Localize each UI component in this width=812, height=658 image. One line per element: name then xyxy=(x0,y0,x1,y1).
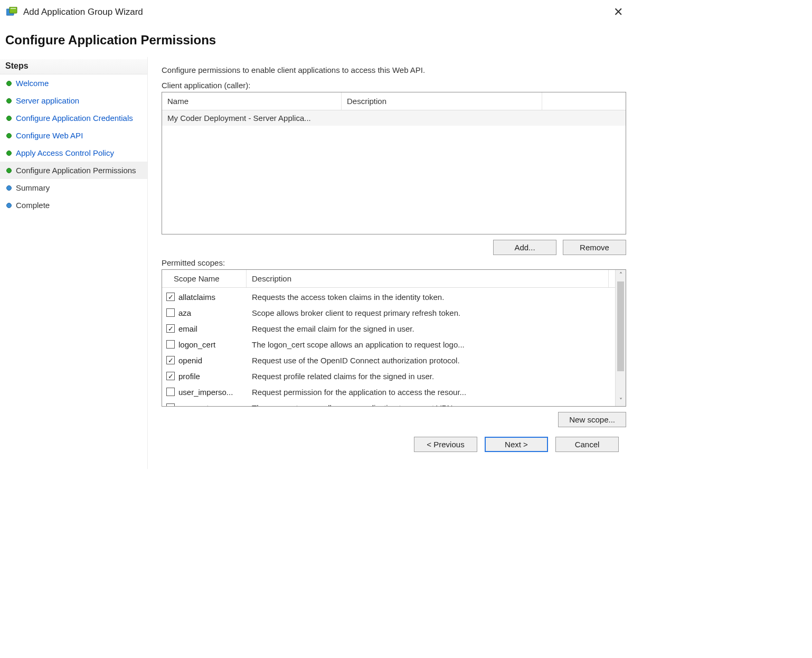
scope-name: vpn_cert xyxy=(178,403,209,407)
client-app-list[interactable]: Name Description My Coder Deployment - S… xyxy=(162,92,626,234)
remove-button[interactable]: Remove xyxy=(563,240,626,255)
step-item-2[interactable]: Configure Application Credentials xyxy=(0,109,147,127)
scroll-down-icon[interactable]: ˅ xyxy=(616,396,626,406)
steps-sidebar: Steps WelcomeServer applicationConfigure… xyxy=(0,57,148,469)
next-button[interactable]: Next > xyxy=(485,437,548,452)
scope-row[interactable]: azaScope allows broker client to request… xyxy=(162,305,626,321)
scope-description: Request profile related claims for the s… xyxy=(247,372,609,381)
scope-checkbox[interactable] xyxy=(166,324,175,333)
step-label: Summary xyxy=(16,183,50,192)
scope-name: profile xyxy=(178,372,200,381)
step-item-1[interactable]: Server application xyxy=(0,92,147,109)
svg-rect-1 xyxy=(10,7,17,13)
step-label[interactable]: Configure Application Credentials xyxy=(16,114,133,123)
scope-name: openid xyxy=(178,356,202,365)
scope-row[interactable]: emailRequest the email claim for the sig… xyxy=(162,321,626,336)
scope-checkbox[interactable] xyxy=(166,356,175,364)
client-header-name[interactable]: Name xyxy=(162,92,342,110)
scopes-header-name[interactable]: Scope Name xyxy=(162,270,247,287)
scope-description: Request the email claim for the signed i… xyxy=(247,324,609,333)
scope-description: Request use of the OpenID Connect author… xyxy=(247,356,609,365)
scope-name: aza xyxy=(178,308,191,317)
step-bullet-icon xyxy=(6,98,12,104)
scope-name: user_imperso... xyxy=(178,388,233,397)
scope-checkbox[interactable] xyxy=(166,388,175,396)
step-bullet-icon xyxy=(6,133,12,138)
scope-name: logon_cert xyxy=(178,340,215,349)
scopes-list[interactable]: Scope Name Description allatclaimsReques… xyxy=(162,269,626,407)
step-label[interactable]: Welcome xyxy=(16,79,49,88)
scope-description: Requests the access token claims in the … xyxy=(247,293,609,302)
scope-description: The vpn_cert scope allows an application… xyxy=(247,403,609,407)
step-bullet-icon xyxy=(6,116,12,121)
scope-checkbox[interactable] xyxy=(166,403,175,406)
scope-row[interactable]: profileRequest profile related claims fo… xyxy=(162,368,626,384)
step-label[interactable]: Server application xyxy=(16,96,79,105)
titlebar: Add Application Group Wizard ✕ xyxy=(0,0,634,24)
step-item-6[interactable]: Summary xyxy=(0,179,147,196)
step-bullet-icon xyxy=(6,203,12,208)
client-app-description xyxy=(342,110,542,126)
new-scope-button[interactable]: New scope... xyxy=(558,412,626,427)
scope-row[interactable]: vpn_certThe vpn_cert scope allows an app… xyxy=(162,400,626,406)
intro-text: Configure permissions to enable client a… xyxy=(162,65,626,74)
client-app-headers: Name Description xyxy=(162,92,626,110)
steps-header: Steps xyxy=(0,59,147,74)
step-label[interactable]: Apply Access Control Policy xyxy=(16,148,114,157)
scope-row[interactable]: allatclaimsRequests the access token cla… xyxy=(162,289,626,305)
page-heading: Configure Application Permissions xyxy=(0,24,634,57)
client-app-name: My Coder Deployment - Server Applica... xyxy=(162,110,342,126)
client-app-row[interactable]: My Coder Deployment - Server Applica... xyxy=(162,110,626,126)
scope-row[interactable]: logon_certThe logon_cert scope allows an… xyxy=(162,336,626,352)
scroll-thumb[interactable] xyxy=(617,281,624,371)
step-bullet-icon xyxy=(6,81,12,86)
scope-description: The logon_cert scope allows an applicati… xyxy=(247,340,609,349)
client-app-label: Client application (caller): xyxy=(162,81,626,90)
cancel-button[interactable]: Cancel xyxy=(555,437,619,452)
svg-rect-2 xyxy=(11,8,16,9)
step-item-0[interactable]: Welcome xyxy=(0,74,147,92)
scope-checkbox[interactable] xyxy=(166,372,175,380)
client-header-description[interactable]: Description xyxy=(342,92,542,110)
scopes-headers: Scope Name Description xyxy=(162,270,626,288)
scope-checkbox[interactable] xyxy=(166,308,175,317)
scope-name: allatclaims xyxy=(178,293,215,302)
step-item-5: Configure Application Permissions xyxy=(0,162,147,179)
scope-checkbox[interactable] xyxy=(166,293,175,301)
scope-description: Scope allows broker client to request pr… xyxy=(247,308,609,317)
scope-row[interactable]: openidRequest use of the OpenID Connect … xyxy=(162,352,626,368)
scopes-header-description[interactable]: Description xyxy=(247,270,609,287)
previous-button[interactable]: < Previous xyxy=(414,437,477,452)
scope-checkbox[interactable] xyxy=(166,340,175,349)
wizard-dialog: Add Application Group Wizard ✕ Configure… xyxy=(0,0,634,469)
scope-name: email xyxy=(178,324,197,333)
scopes-label: Permitted scopes: xyxy=(162,258,626,267)
wizard-footer: < Previous Next > Cancel xyxy=(162,427,626,462)
close-icon[interactable]: ✕ xyxy=(610,5,626,19)
scroll-up-icon[interactable]: ˄ xyxy=(616,270,626,280)
step-label: Complete xyxy=(16,201,50,210)
dialog-title: Add Application Group Wizard xyxy=(23,7,143,17)
scopes-scrollbar[interactable]: ˄ ˅ xyxy=(615,270,626,406)
add-button[interactable]: Add... xyxy=(493,240,556,255)
step-label: Configure Application Permissions xyxy=(16,166,136,175)
step-label[interactable]: Configure Web API xyxy=(16,131,83,140)
step-item-3[interactable]: Configure Web API xyxy=(0,127,147,144)
app-group-icon xyxy=(6,7,18,17)
step-bullet-icon xyxy=(6,151,12,156)
main-pane: Configure permissions to enable client a… xyxy=(148,57,634,469)
scope-description: Request permission for the application t… xyxy=(247,388,609,397)
step-item-4[interactable]: Apply Access Control Policy xyxy=(0,144,147,162)
scope-row[interactable]: user_imperso...Request permission for th… xyxy=(162,384,626,400)
step-bullet-icon xyxy=(6,185,12,191)
step-item-7[interactable]: Complete xyxy=(0,196,147,214)
step-bullet-icon xyxy=(6,168,12,173)
